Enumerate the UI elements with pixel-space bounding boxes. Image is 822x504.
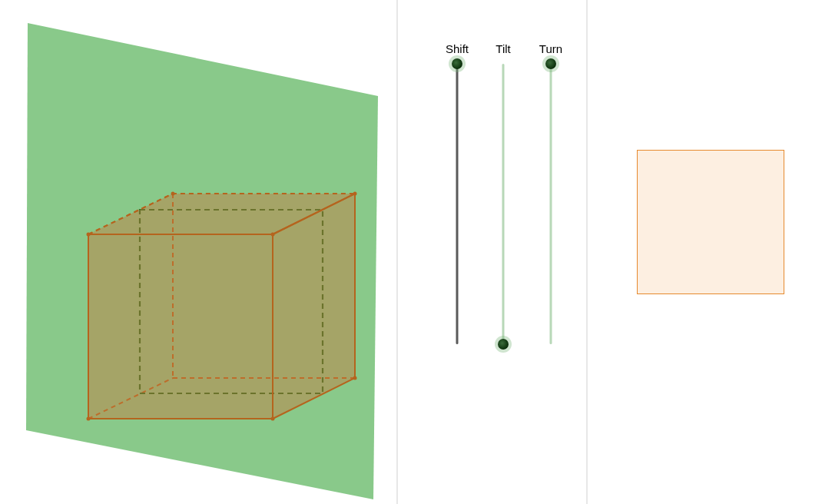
shift-slider[interactable]: Shift (446, 42, 469, 350)
3d-view-panel[interactable] (0, 0, 392, 504)
svg-point-7 (271, 417, 275, 421)
sliders-panel: Shift Tilt Turn (396, 0, 588, 504)
turn-slider[interactable]: Turn (539, 42, 562, 350)
2d-view-panel[interactable] (589, 0, 822, 504)
tilt-slider-thumb[interactable] (498, 339, 509, 350)
svg-point-8 (87, 417, 91, 421)
cube-face-front (88, 234, 273, 419)
turn-slider-track[interactable] (550, 64, 552, 344)
shift-slider-thumb[interactable] (452, 58, 462, 69)
cross-section-2d (637, 150, 784, 294)
svg-point-10 (353, 376, 357, 380)
tilt-slider[interactable]: Tilt (492, 42, 515, 350)
turn-slider-thumb[interactable] (545, 58, 556, 69)
shift-slider-label: Shift (446, 42, 469, 55)
tilt-slider-track[interactable] (502, 64, 505, 344)
svg-point-11 (171, 192, 175, 196)
svg-point-9 (353, 192, 357, 196)
tilt-slider-label: Tilt (496, 42, 510, 55)
3d-scene[interactable] (0, 0, 392, 504)
shift-slider-track[interactable] (456, 64, 459, 344)
svg-point-5 (87, 233, 91, 237)
svg-point-6 (271, 233, 275, 237)
turn-slider-label: Turn (539, 42, 562, 55)
